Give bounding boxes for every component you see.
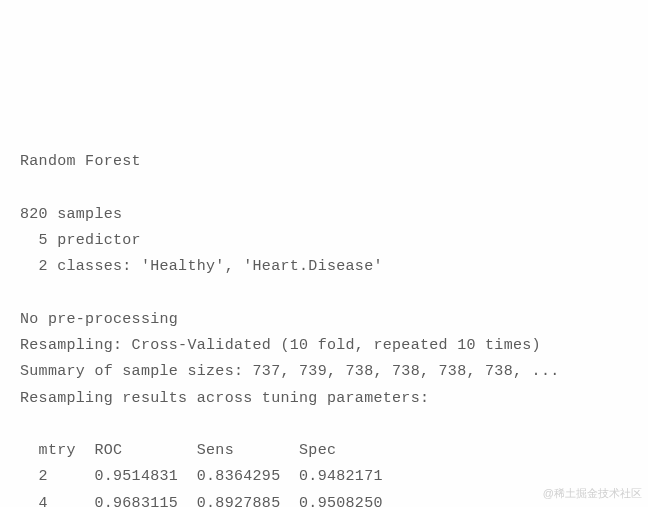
output-block: Random Forest 820 samples 5 predictor 2 … [20,123,628,507]
watermark-text: @稀土掘金技术社区 [543,484,642,503]
preprocessing-line: No pre-processing [20,311,178,328]
table-header: mtry ROC Sens Spec [20,442,383,459]
table-row: 2 0.9514831 0.8364295 0.9482171 [20,468,383,485]
resampling-line: Resampling: Cross-Validated (10 fold, re… [20,337,541,354]
table-row: 4 0.9683115 0.8927885 0.9508250 [20,495,383,508]
model-title: Random Forest [20,153,141,170]
predictor-line: 5 predictor [20,232,141,249]
results-header: Resampling results across tuning paramet… [20,390,429,407]
summary-line: Summary of sample sizes: 737, 739, 738, … [20,363,559,380]
samples-line: 820 samples [20,206,122,223]
classes-line: 2 classes: 'Healthy', 'Heart.Disease' [20,258,383,275]
